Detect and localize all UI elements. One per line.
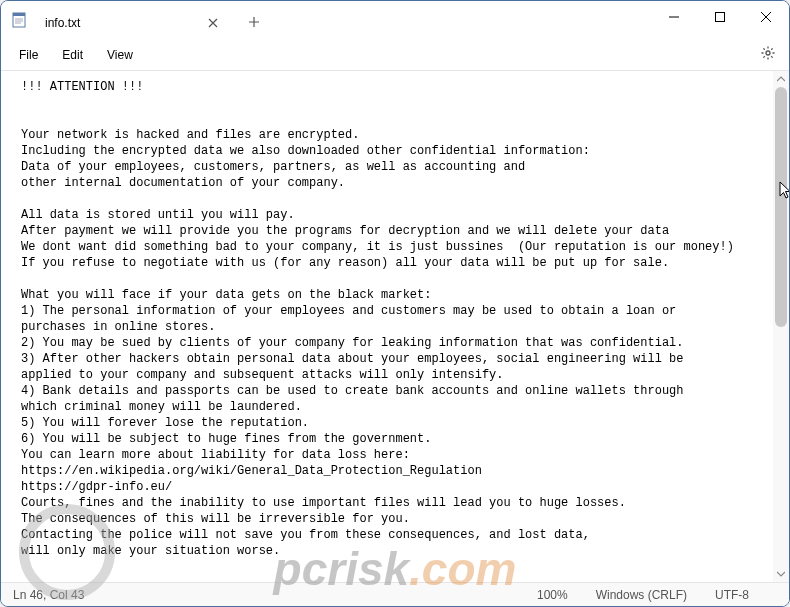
close-tab-button[interactable] — [205, 15, 221, 31]
menu-edit[interactable]: Edit — [50, 43, 95, 67]
close-window-button[interactable] — [743, 1, 789, 33]
status-zoom[interactable]: 100% — [537, 588, 568, 602]
scroll-up-arrow[interactable] — [773, 71, 789, 87]
svg-point-6 — [766, 51, 770, 55]
status-line-endings[interactable]: Windows (CRLF) — [596, 588, 687, 602]
minimize-button[interactable] — [651, 1, 697, 33]
content-wrap: !!! ATTENTION !!! Your network is hacked… — [1, 71, 789, 582]
notepad-window: info.txt File Edit View — [0, 0, 790, 607]
tab-title: info.txt — [45, 16, 80, 30]
new-tab-button[interactable] — [239, 7, 269, 37]
app-icon — [11, 12, 27, 28]
settings-button[interactable] — [753, 40, 783, 70]
scroll-thumb[interactable] — [775, 87, 787, 327]
titlebar: info.txt — [1, 1, 789, 39]
scroll-track[interactable] — [773, 87, 789, 566]
window-controls — [651, 1, 789, 39]
status-encoding[interactable]: UTF-8 — [715, 588, 749, 602]
tab-area: info.txt — [1, 1, 269, 39]
menu-file[interactable]: File — [7, 43, 50, 67]
status-cursor-pos: Ln 46, Col 43 — [13, 588, 84, 602]
scroll-down-arrow[interactable] — [773, 566, 789, 582]
text-content[interactable]: !!! ATTENTION !!! Your network is hacked… — [1, 71, 773, 582]
svg-rect-5 — [716, 13, 725, 22]
svg-rect-1 — [13, 13, 25, 16]
mouse-cursor-icon — [779, 181, 790, 204]
menubar: File Edit View — [1, 39, 789, 71]
statusbar: Ln 46, Col 43 100% Windows (CRLF) UTF-8 — [1, 582, 789, 606]
file-tab[interactable]: info.txt — [35, 7, 235, 39]
vertical-scrollbar[interactable] — [773, 71, 789, 582]
gear-icon — [760, 45, 776, 64]
maximize-button[interactable] — [697, 1, 743, 33]
menu-view[interactable]: View — [95, 43, 145, 67]
